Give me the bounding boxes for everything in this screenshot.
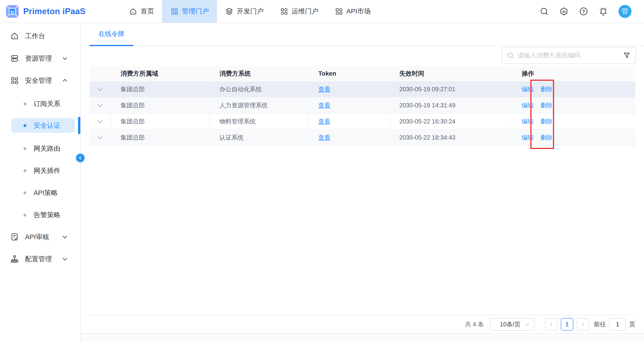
edit-link[interactable]: 编辑 <box>522 85 534 93</box>
ai-assistant-icon[interactable]: AI <box>560 7 568 16</box>
cell-system: 办公自动化系统 <box>210 82 309 97</box>
chevron-right-icon <box>581 322 584 326</box>
cell-expire-time: 2030-05-19 09:27:01 <box>390 82 512 97</box>
brand: p Primeton iPaaS <box>0 5 86 18</box>
pagination: 共 4 条 10条/页 1 前往 页 <box>465 318 635 331</box>
column-header: 操作 <box>512 66 635 82</box>
sidebar-subitem-label: API策略 <box>34 188 58 198</box>
cell-system: 人力资源管理系统 <box>210 98 309 113</box>
view-token-link[interactable]: 查看 <box>318 85 330 93</box>
sidebar-item-workbench[interactable]: 工作台 <box>0 29 80 43</box>
chevron-down-icon <box>526 322 529 326</box>
table-row: 集团总部 人力资源管理系统 查看 2030-05-19 14:31:49 编辑 … <box>90 98 635 114</box>
cell-expire-time: 2030-05-19 14:31:49 <box>390 98 512 113</box>
grid-icon <box>280 8 288 16</box>
goto-label: 前往 <box>594 320 606 328</box>
tab-online-tokens[interactable]: 在线令牌 <box>90 23 133 46</box>
sidebar-item-subscription[interactable]: 订阅关系 <box>0 98 80 110</box>
chevron-down-icon <box>63 56 67 60</box>
sidebar-item-label: 配置管理 <box>25 254 52 264</box>
nav-item-dev-portal[interactable]: 开发门户 <box>217 0 272 22</box>
search-icon <box>507 52 514 59</box>
column-header: Token <box>309 66 390 82</box>
nav-item-home[interactable]: 首页 <box>121 0 162 22</box>
server-icon <box>10 54 19 63</box>
sidebar-item-label: 安全管理 <box>25 76 52 85</box>
cell-expire-time: 2030-05-22 18:34:43 <box>390 130 512 146</box>
delete-link[interactable]: 删除 <box>540 85 552 93</box>
row-expand-chevron-icon[interactable] <box>98 86 103 91</box>
svg-text:AI: AI <box>562 10 566 13</box>
active-item-accent-bar <box>78 117 80 134</box>
view-token-link[interactable]: 查看 <box>318 101 330 110</box>
grid-icon <box>10 76 19 85</box>
nav-item-api-market[interactable]: API市场 <box>326 0 379 22</box>
search-icon[interactable] <box>540 7 549 16</box>
table-row: 集团总部 办公自动化系统 查看 2030-05-19 09:27:01 编辑 删… <box>90 82 635 98</box>
delete-link[interactable]: 删除 <box>540 134 552 142</box>
sidebar-item-security-auth[interactable]: 安全认证 <box>11 118 75 133</box>
sidebar-item-gateway-route[interactable]: 网关路由 <box>0 142 80 155</box>
page-size-select[interactable]: 10条/页 <box>490 318 534 330</box>
nav-item-admin-portal[interactable]: 管理门户 <box>162 0 217 22</box>
goto-page-input[interactable] <box>609 318 626 330</box>
home-icon <box>129 8 137 16</box>
search-input[interactable] <box>518 52 623 59</box>
view-token-link[interactable]: 查看 <box>318 134 330 142</box>
nav-item-ops-portal[interactable]: 运维门户 <box>272 0 326 22</box>
nav-item-label: 管理门户 <box>182 7 209 16</box>
layers-icon <box>225 8 233 16</box>
bullet-dot-icon <box>24 124 26 127</box>
sidebar-collapse-button[interactable] <box>76 154 84 162</box>
main-content: 在线令牌 消费方所属域 消费方系统 Token 失效时间 操作 集团总部 办公自… <box>81 23 644 342</box>
table-row: 集团总部 认证系统 查看 2030-05-22 18:34:43 编辑 删除 <box>90 130 635 146</box>
sidebar-item-resource-mgmt[interactable]: 资源管理 <box>0 52 80 65</box>
current-page-button[interactable]: 1 <box>561 318 573 330</box>
notification-bell-icon[interactable] <box>599 7 608 16</box>
row-expand-chevron-icon[interactable] <box>98 102 103 107</box>
sidebar-item-api-audit[interactable]: API审核 <box>0 230 80 244</box>
header-expand-cell <box>90 66 111 82</box>
sidebar-item-security-mgmt[interactable]: 安全管理 <box>0 74 80 87</box>
cell-domain: 集团总部 <box>111 130 210 146</box>
avatar[interactable]: 管 <box>618 5 632 18</box>
sidebar-item-alert-policy[interactable]: 告警策略 <box>0 209 80 221</box>
bullet-dot-icon <box>24 102 26 105</box>
row-expand-chevron-icon[interactable] <box>98 118 103 123</box>
pagination-total: 共 4 条 <box>465 320 484 328</box>
filter-icon[interactable] <box>623 52 630 59</box>
column-header: 消费方所属域 <box>111 66 210 82</box>
edit-link[interactable]: 编辑 <box>522 134 534 142</box>
delete-link[interactable]: 删除 <box>540 101 552 110</box>
tokens-table: 消费方所属域 消费方系统 Token 失效时间 操作 集团总部 办公自动化系统 … <box>90 66 635 146</box>
prev-page-button[interactable] <box>545 318 558 330</box>
chevron-up-icon <box>63 79 67 84</box>
sidebar-item-label: 工作台 <box>25 32 45 41</box>
edit-link[interactable]: 编辑 <box>522 118 534 126</box>
edit-link[interactable]: 编辑 <box>522 101 534 110</box>
cell-expire-time: 2030-05-22 16:30:24 <box>390 114 512 129</box>
nav-item-label: 首页 <box>140 7 154 16</box>
cell-system: 认证系统 <box>210 130 309 146</box>
cell-domain: 集团总部 <box>111 82 210 97</box>
column-header: 失效时间 <box>390 66 512 82</box>
sidebar-item-config-mgmt[interactable]: 配置管理 <box>0 252 80 266</box>
table-header-row: 消费方所属域 消费方系统 Token 失效时间 操作 <box>90 66 635 82</box>
sidebar-subitem-label: 安全认证 <box>34 121 60 130</box>
sidebar-item-gateway-plugin[interactable]: 网关插件 <box>0 164 80 177</box>
search-box <box>502 47 636 64</box>
sidebar-item-api-policy[interactable]: API策略 <box>0 186 80 199</box>
delete-link[interactable]: 删除 <box>540 118 552 126</box>
help-icon[interactable]: ? <box>579 7 588 16</box>
next-page-button[interactable] <box>576 318 589 330</box>
cell-system: 物料管理系统 <box>210 114 309 129</box>
sidebar-subitem-label: 告警策略 <box>34 210 60 220</box>
cell-domain: 集团总部 <box>111 114 210 129</box>
sidebar-subitem-label: 订阅关系 <box>34 99 60 108</box>
page-unit-label: 页 <box>629 320 635 328</box>
row-expand-chevron-icon[interactable] <box>98 134 103 139</box>
nav-item-label: 开发门户 <box>237 7 264 16</box>
chevron-down-icon <box>63 256 67 260</box>
chevron-left-icon <box>79 156 82 160</box>
view-token-link[interactable]: 查看 <box>318 118 330 126</box>
